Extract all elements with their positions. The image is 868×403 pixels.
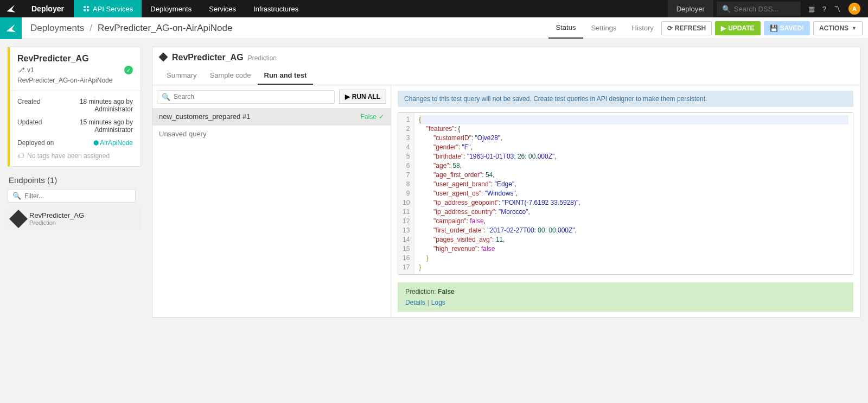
- service-subtitle: RevPredicter_AG-on-AirApiNode: [17, 77, 133, 84]
- endpoint-item[interactable]: RevPredicter_AG Prediction: [8, 207, 141, 230]
- branch-icon: ⎇: [17, 66, 25, 74]
- sidebar: RevPredicter_AG ⎇v1 ✓ RevPredicter_AG-on…: [0, 39, 141, 325]
- main-panel: RevPredicter_AG Prediction Summary Sampl…: [152, 47, 860, 318]
- search-icon: 🔍: [722, 5, 731, 13]
- updated-value: 15 minutes ago by Administrator: [42, 118, 133, 134]
- test-panel: Changes to this test query will not be s…: [391, 85, 860, 317]
- endpoint-kind: Prediction: [29, 219, 84, 226]
- run-all-button[interactable]: ▶RUN ALL: [339, 90, 386, 104]
- main-header: RevPredicter_AG Prediction Summary Sampl…: [152, 47, 860, 85]
- layout: RevPredicter_AG ⎇v1 ✓ RevPredicter_AG-on…: [0, 39, 868, 325]
- topbar-context[interactable]: Deployer: [668, 0, 713, 17]
- nav-services[interactable]: Services: [200, 0, 245, 17]
- query-name: new_customers_prepared #1: [159, 112, 250, 121]
- service-version: v1: [27, 66, 34, 74]
- query-result: False✓: [361, 113, 384, 121]
- updated-label: Updated: [17, 118, 42, 134]
- tab-run-and-test[interactable]: Run and test: [258, 67, 314, 85]
- subheader-tabs: Status Settings History: [548, 17, 661, 39]
- help-icon[interactable]: ?: [822, 5, 826, 13]
- query-row-1[interactable]: new_customers_prepared #1 False✓: [152, 108, 391, 125]
- nav-api-services[interactable]: API Services: [74, 0, 142, 17]
- content: 🔍 ▶RUN ALL new_customers_prepared #1 Fal…: [152, 85, 860, 317]
- topbar: Deployer API Services Deployments Servic…: [0, 0, 868, 17]
- save-icon: 💾: [770, 24, 778, 32]
- app-brand[interactable]: Deployer: [22, 4, 74, 13]
- service-title: RevPredicter_AG: [17, 54, 133, 64]
- search-icon: 🔍: [12, 192, 21, 200]
- details-link[interactable]: Details: [405, 299, 425, 306]
- app-logo[interactable]: [0, 0, 22, 17]
- context-logo[interactable]: [0, 17, 22, 39]
- prediction-result: Prediction: False Details|Logs: [398, 282, 853, 312]
- info-banner: Changes to this test query will not be s…: [398, 91, 853, 107]
- chevron-down-icon: ▼: [852, 26, 857, 31]
- status-ok-icon: ✓: [124, 66, 133, 74]
- code-body[interactable]: { "features": { "customerID": "Ojve28", …: [414, 113, 853, 274]
- subheader-actions: ⟳REFRESH ▶UPDATE 💾SAVED! ACTIONS▼: [661, 21, 868, 35]
- activity-icon[interactable]: 〽: [834, 5, 841, 13]
- json-editor[interactable]: 1234567891011121314151617 { "features": …: [398, 112, 853, 275]
- topbar-nav: API Services Deployments Services Infras…: [74, 0, 307, 17]
- queries-panel: 🔍 ▶RUN ALL new_customers_prepared #1 Fal…: [152, 85, 391, 317]
- actions-button[interactable]: ACTIONS▼: [813, 21, 863, 35]
- main-tabs: Summary Sample code Run and test: [160, 67, 852, 85]
- gutter: 1234567891011121314151617: [398, 113, 414, 274]
- endpoint-name: RevPredicter_AG: [29, 211, 84, 219]
- breadcrumb-deployments[interactable]: Deployments: [30, 23, 84, 34]
- global-search-input[interactable]: [734, 5, 795, 13]
- prediction-value: False: [438, 288, 455, 295]
- query-search-input[interactable]: [174, 93, 330, 100]
- service-card: RevPredicter_AG ⎇v1 ✓ RevPredicter_AG-on…: [8, 47, 141, 167]
- breadcrumb-separator: /: [90, 23, 92, 34]
- unsaved-query[interactable]: Unsaved query: [152, 125, 391, 142]
- refresh-button[interactable]: ⟳REFRESH: [661, 21, 712, 35]
- user-avatar[interactable]: A: [848, 3, 860, 15]
- query-search[interactable]: 🔍: [157, 90, 335, 104]
- global-search[interactable]: 🔍: [717, 2, 801, 16]
- apps-icon[interactable]: ▦: [808, 5, 815, 13]
- tab-status[interactable]: Status: [548, 17, 584, 39]
- endpoint-icon: [9, 210, 28, 228]
- created-label: Created: [17, 98, 41, 113]
- tags-none: No tags have been assigned: [27, 152, 110, 160]
- endpoints-filter-input[interactable]: [24, 192, 131, 200]
- node-icon: ⬢: [93, 139, 99, 147]
- play-icon: ▶: [345, 93, 350, 100]
- breadcrumb: Deployments / RevPredicter_AG-on-AirApiN…: [22, 23, 232, 34]
- main-kind: Prediction: [248, 54, 277, 62]
- main-title: RevPredicter_AG: [172, 53, 244, 62]
- logs-link[interactable]: Logs: [431, 299, 445, 306]
- refresh-icon: ⟳: [667, 24, 673, 32]
- tab-summary[interactable]: Summary: [160, 67, 203, 85]
- nav-infrastructures[interactable]: Infrastructures: [245, 0, 307, 17]
- nav-deployments[interactable]: Deployments: [142, 0, 200, 17]
- queries-toolbar: 🔍 ▶RUN ALL: [152, 85, 391, 108]
- search-icon: 🔍: [162, 93, 170, 101]
- endpoints-filter[interactable]: 🔍: [8, 189, 136, 203]
- endpoints-title: Endpoints (1): [9, 175, 141, 185]
- tab-sample-code[interactable]: Sample code: [203, 67, 258, 85]
- check-icon: ✓: [379, 113, 384, 121]
- deployed-value: ⬢AirApiNode: [93, 139, 133, 147]
- saved-button[interactable]: 💾SAVED!: [764, 21, 810, 35]
- diamond-icon: [159, 53, 168, 62]
- subheader: Deployments / RevPredicter_AG-on-AirApiN…: [0, 17, 868, 39]
- tab-settings[interactable]: Settings: [583, 17, 624, 39]
- tab-history[interactable]: History: [624, 17, 661, 39]
- play-icon: ▶: [721, 24, 726, 32]
- tag-icon: 🏷: [17, 152, 24, 160]
- deployed-label: Deployed on: [17, 139, 54, 147]
- breadcrumb-current: RevPredicter_AG-on-AirApiNode: [98, 23, 233, 34]
- created-value: 18 minutes ago by Administrator: [41, 98, 133, 113]
- topbar-tools: ▦ ? 〽 A: [801, 3, 868, 15]
- prediction-label: Prediction:: [405, 288, 436, 295]
- update-button[interactable]: ▶UPDATE: [715, 21, 760, 35]
